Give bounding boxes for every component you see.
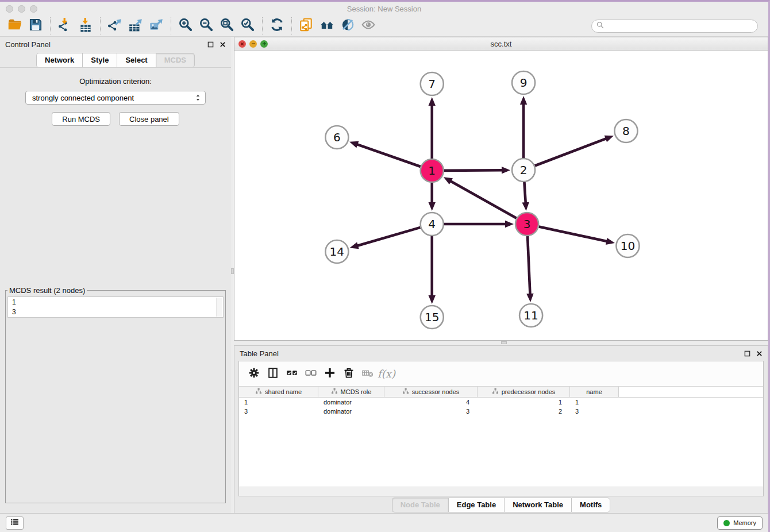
graph-node-14[interactable]: 14 <box>325 240 348 263</box>
network-canvas[interactable]: 7968124314101511 <box>234 51 768 340</box>
tab-edge-table[interactable]: Edge Table <box>448 498 504 512</box>
table-row[interactable]: 1dominator411 <box>239 398 763 407</box>
table-row[interactable]: 3dominator323 <box>239 407 763 416</box>
frame-close-icon[interactable] <box>238 40 246 48</box>
tab-mcds[interactable]: MCDS <box>156 53 195 68</box>
graph-edge-2-8[interactable] <box>535 136 614 166</box>
optimization-criterion-select[interactable]: strongly connected component <box>25 91 206 105</box>
graph-node-4[interactable]: 4 <box>421 213 444 236</box>
column-header-predecessor-nodes[interactable]: predecessor nodes <box>478 387 570 397</box>
graph-edge-4-14[interactable] <box>350 228 421 249</box>
table-cell[interactable]: 3 <box>239 408 318 415</box>
graph-node-6[interactable]: 6 <box>325 126 348 149</box>
column-header-name[interactable]: name <box>570 387 619 397</box>
select-all-button[interactable] <box>282 364 301 383</box>
float-panel-icon[interactable] <box>207 41 214 48</box>
save-session-button[interactable] <box>25 17 46 35</box>
settings-button[interactable] <box>244 364 263 383</box>
graph-node-8[interactable]: 8 <box>614 119 637 142</box>
panel-splitter[interactable] <box>231 37 234 513</box>
column-header-successor-nodes[interactable]: successor nodes <box>384 387 478 397</box>
graph-node-10[interactable]: 10 <box>616 234 639 257</box>
table-cell[interactable]: dominator <box>318 408 384 415</box>
clone-network-button[interactable] <box>296 17 317 35</box>
tab-node-table[interactable]: Node Table <box>392 498 448 512</box>
table-cell[interactable]: 1 <box>239 399 318 406</box>
delete-row-button[interactable] <box>339 364 358 383</box>
graph-edge-3-11[interactable] <box>526 236 533 302</box>
zoom-in-button[interactable] <box>175 17 196 35</box>
graph-edge-3-1[interactable] <box>444 177 517 218</box>
show-hide-button[interactable] <box>358 17 379 35</box>
memory-button[interactable]: Memory <box>717 516 763 530</box>
horizontal-splitter-grip[interactable] <box>501 341 507 344</box>
add-row-button[interactable] <box>320 364 339 383</box>
graph-edge-3-10[interactable] <box>539 226 615 245</box>
graph-edge-1-6[interactable] <box>349 141 421 167</box>
deselect-all-button[interactable] <box>301 364 320 383</box>
tab-network-table[interactable]: Network Table <box>504 498 571 512</box>
graph-edge-2-3[interactable] <box>522 182 529 211</box>
clear-table-icon <box>361 367 374 381</box>
frame-minimize-icon[interactable] <box>249 40 257 48</box>
result-scrollbar[interactable] <box>216 298 222 317</box>
table-hscrollbar[interactable] <box>239 487 763 496</box>
run-mcds-button[interactable]: Run MCDS <box>52 112 110 126</box>
tab-motifs[interactable]: Motifs <box>571 498 610 512</box>
horizontal-splitter[interactable] <box>234 341 768 345</box>
table-cell[interactable]: 3 <box>570 408 619 415</box>
table-cell[interactable]: dominator <box>318 399 384 406</box>
export-network-button[interactable] <box>105 17 125 35</box>
tab-select[interactable]: Select <box>117 53 155 68</box>
column-header-shared-name[interactable]: shared name <box>239 387 318 397</box>
graph-edge-1-7[interactable] <box>429 97 436 159</box>
close-table-panel-icon[interactable] <box>756 350 763 357</box>
main-toolbar <box>0 16 768 37</box>
apply-layout-button[interactable] <box>267 17 287 35</box>
graph-edge-2-9[interactable] <box>520 96 527 158</box>
zoom-out-button[interactable] <box>196 17 217 35</box>
table-cell[interactable]: 1 <box>478 399 570 406</box>
graph-edge-4-15[interactable] <box>429 236 436 304</box>
graph-node-15[interactable]: 15 <box>421 306 444 329</box>
search-box[interactable] <box>591 20 758 33</box>
zoom-selected-button[interactable] <box>237 17 258 35</box>
graph-edge-1-2[interactable] <box>444 167 510 174</box>
column-header-MCDS-role[interactable]: MCDS role <box>318 387 384 397</box>
close-window-button[interactable] <box>6 5 13 13</box>
columns-button[interactable] <box>263 364 282 383</box>
import-network-button[interactable] <box>55 17 75 35</box>
graph-node-1[interactable]: 1 <box>421 159 444 182</box>
graph-node-7[interactable]: 7 <box>421 72 444 95</box>
search-input[interactable] <box>605 21 757 30</box>
home-button[interactable] <box>317 17 337 35</box>
close-panel-icon[interactable] <box>219 41 226 48</box>
tab-style[interactable]: Style <box>82 53 117 68</box>
zoom-fit-button[interactable] <box>217 17 237 35</box>
graph-edge-1-4[interactable] <box>429 183 436 211</box>
graph-node-9[interactable]: 9 <box>512 71 535 94</box>
export-table-button[interactable] <box>125 17 146 35</box>
graph-node-11[interactable]: 11 <box>519 304 542 327</box>
table-cell[interactable]: 3 <box>384 408 478 415</box>
graph-edge-4-3[interactable] <box>444 221 514 228</box>
minimize-window-button[interactable] <box>18 5 25 13</box>
svg-text:9: 9 <box>520 76 528 90</box>
graph-node-2[interactable]: 2 <box>512 159 535 182</box>
table-cell[interactable]: 4 <box>384 399 478 406</box>
table-cell[interactable]: 2 <box>478 408 570 415</box>
frame-maximize-icon[interactable] <box>260 40 268 48</box>
open-session-button[interactable] <box>5 17 25 35</box>
mcds-result-area[interactable]: 1 3 <box>7 296 224 318</box>
import-table-button[interactable] <box>75 17 96 35</box>
export-image-button[interactable] <box>146 17 167 35</box>
toggle-graphics-details-button[interactable] <box>337 17 358 35</box>
float-table-panel-icon[interactable] <box>744 350 750 357</box>
splitter-grip[interactable] <box>231 268 234 274</box>
close-panel-button[interactable]: Close panel <box>119 112 179 126</box>
maximize-window-button[interactable] <box>30 5 37 13</box>
graph-node-3[interactable]: 3 <box>515 213 538 236</box>
table-cell[interactable]: 1 <box>570 399 619 406</box>
tab-network[interactable]: Network <box>36 53 82 68</box>
task-history-button[interactable] <box>6 516 24 530</box>
